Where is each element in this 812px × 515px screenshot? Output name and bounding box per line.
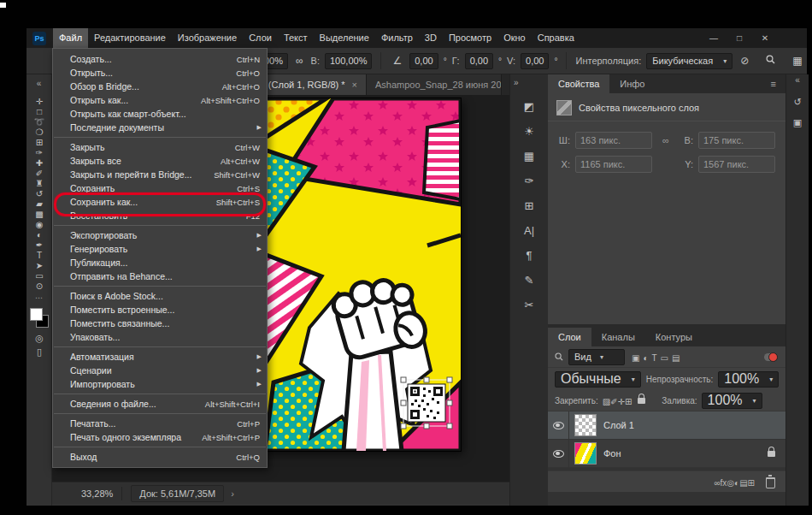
lasso-tool[interactable]: ➰ bbox=[26, 117, 52, 127]
file-menu-item[interactable]: Создать...Ctrl+N bbox=[53, 52, 267, 66]
menubar-item[interactable]: Файл bbox=[53, 28, 88, 48]
file-menu-item[interactable]: Публикация... bbox=[53, 256, 267, 269]
layers-action-icon[interactable]: ∞ bbox=[714, 478, 720, 488]
shape-tool[interactable]: ▭ bbox=[26, 271, 52, 281]
height-scale-input[interactable]: 100,00% bbox=[325, 53, 372, 69]
x-value-field[interactable]: 1165 пикс. bbox=[575, 156, 652, 173]
close-tab-icon[interactable]: × bbox=[352, 80, 357, 90]
gradient-tool[interactable]: ▩ bbox=[26, 210, 52, 220]
blend-mode-dropdown[interactable]: Обычные ▾ bbox=[555, 371, 641, 388]
menubar-item[interactable]: Справка bbox=[532, 28, 580, 48]
close-button[interactable]: ✕ bbox=[754, 31, 776, 45]
layer-filter-icon[interactable]: ▣ bbox=[630, 353, 641, 363]
file-menu-item[interactable]: Поместить встроенные... bbox=[53, 303, 267, 317]
layers-action-icon[interactable]: ▤ bbox=[739, 478, 747, 488]
layer-filter-icon[interactable]: ◐ bbox=[641, 353, 650, 363]
styles-panel-icon[interactable]: ☀ bbox=[510, 119, 548, 144]
width-value-field[interactable]: 163 пикс. bbox=[575, 132, 652, 149]
opacity-dropdown[interactable]: 100% ▾ bbox=[718, 371, 779, 388]
blur-tool[interactable]: ◉ bbox=[26, 220, 52, 230]
file-menu-item[interactable]: Сведения о файле...Alt+Shift+Ctrl+I bbox=[53, 397, 267, 411]
lock-option-icon[interactable]: ✐ bbox=[610, 397, 617, 406]
panel-tab[interactable]: Свойства bbox=[548, 74, 609, 93]
panel-tab[interactable]: Контуры bbox=[645, 328, 703, 346]
zoom-level-field[interactable]: 33,28% bbox=[81, 488, 113, 499]
menubar-item[interactable]: Окно bbox=[497, 28, 532, 48]
layer-filter-icon[interactable]: ▭ bbox=[659, 353, 670, 363]
v-skew-input[interactable]: 0,00 bbox=[521, 53, 549, 69]
path-selection-tool[interactable]: ➤ bbox=[26, 261, 52, 271]
file-menu-item[interactable]: ЗакрытьCtrl+W bbox=[53, 140, 267, 154]
interpolation-dropdown[interactable]: Бикубическая ▾ bbox=[646, 53, 733, 69]
quick-selection-tool[interactable]: ❍ bbox=[26, 127, 52, 138]
fill-dropdown[interactable]: 100% ▾ bbox=[702, 393, 762, 409]
filter-toggle[interactable] bbox=[764, 353, 777, 361]
panel-tab[interactable]: Каналы bbox=[591, 328, 645, 346]
file-menu-item[interactable]: Упаковать... bbox=[53, 330, 267, 344]
h-skew-input[interactable]: 0,00 bbox=[465, 53, 493, 69]
layer-name[interactable]: Фон bbox=[603, 448, 621, 459]
file-menu-item[interactable]: Импортировать▶ bbox=[53, 377, 267, 391]
file-menu-item[interactable]: ВыходCtrl+Q bbox=[53, 450, 267, 464]
layer-row-background[interactable]: Фон bbox=[548, 440, 786, 468]
visibility-toggle[interactable] bbox=[548, 411, 569, 439]
y-value-field[interactable]: 1567 пикс. bbox=[698, 156, 775, 173]
menubar-item[interactable]: Слои bbox=[243, 28, 278, 48]
doc-tab-inactive[interactable]: Ashampoo_Snap_28 июня 2020 bbox=[367, 74, 502, 95]
panel-tab[interactable]: Инфо bbox=[609, 74, 655, 93]
file-menu-item[interactable]: Обзор в Bridge...Alt+Ctrl+O bbox=[53, 80, 267, 93]
lock-option-icon[interactable]: ✛ bbox=[618, 397, 625, 406]
file-menu-item[interactable]: Сохранить как...Shift+Ctrl+S bbox=[53, 195, 267, 209]
color-swatches[interactable] bbox=[26, 305, 52, 331]
link-dimensions-icon[interactable]: ∞ bbox=[293, 55, 306, 67]
height-value-field[interactable]: 175 пикс. bbox=[698, 132, 775, 149]
lock-all-icon[interactable] bbox=[638, 398, 645, 404]
menubar-item[interactable]: Изображение bbox=[172, 28, 243, 48]
libraries-panel-icon[interactable]: ▦ bbox=[510, 144, 548, 169]
file-menu-item[interactable]: Автоматизация▶ bbox=[53, 350, 267, 364]
delete-layer-icon[interactable] bbox=[766, 477, 775, 488]
maximize-button[interactable]: □ bbox=[728, 31, 750, 45]
layer-row-layer1[interactable]: Слой 1 bbox=[548, 411, 786, 440]
history-panel-icon[interactable]: ↺ bbox=[786, 92, 809, 112]
file-menu-item[interactable]: СохранитьCtrl+S bbox=[53, 181, 267, 195]
layer-filter-icon[interactable]: T bbox=[650, 353, 659, 363]
menubar-item[interactable]: Редактирование bbox=[88, 28, 172, 48]
lock-option-icon[interactable]: ⊞ bbox=[625, 397, 632, 406]
panel-tab[interactable]: Слои bbox=[548, 328, 591, 346]
layers-action-icon[interactable]: ◎ bbox=[727, 478, 734, 488]
lock-option-icon[interactable]: ▨ bbox=[603, 397, 610, 406]
file-menu-item[interactable]: Открыть как...Alt+Shift+Ctrl+O bbox=[53, 93, 267, 107]
dodge-tool[interactable]: ◐ bbox=[26, 230, 52, 240]
glyphs-panel-icon[interactable]: ✎ bbox=[510, 268, 548, 293]
file-menu-item[interactable]: Закрыть всеAlt+Ctrl+W bbox=[53, 154, 267, 168]
annotations-panel-icon[interactable]: ✂ bbox=[510, 293, 548, 317]
adjustments-panel-icon[interactable]: ◩ bbox=[510, 94, 548, 119]
menubar-item[interactable]: Просмотр bbox=[443, 28, 497, 48]
minimize-button[interactable]: — bbox=[703, 31, 725, 45]
menubar-item[interactable]: Выделение bbox=[314, 28, 375, 48]
workspace-layout-icon[interactable]: ▦ bbox=[790, 55, 804, 67]
collapse-toolbar-chevron[interactable]: « bbox=[26, 78, 51, 90]
type-tool[interactable]: T bbox=[26, 251, 52, 261]
file-menu-item[interactable]: Печать одного экземпляраAlt+Shift+Ctrl+P bbox=[53, 430, 267, 444]
file-menu-item[interactable]: Сценарии▶ bbox=[53, 364, 267, 377]
file-menu-item[interactable]: Открыть...Ctrl+O bbox=[53, 66, 267, 80]
file-menu-item[interactable]: Генерировать▶ bbox=[53, 242, 267, 256]
visibility-toggle[interactable] bbox=[548, 440, 569, 467]
edit-toolbar-ellipsis[interactable]: ⋯ bbox=[26, 293, 51, 302]
file-menu-item[interactable]: Последние документы▶ bbox=[53, 121, 267, 134]
artboard[interactable] bbox=[260, 98, 461, 451]
layer-filter-dropdown[interactable]: Вид ▾ bbox=[568, 349, 625, 365]
foreground-color-swatch[interactable] bbox=[30, 308, 43, 321]
link-dimensions-icon[interactable]: ∞ bbox=[657, 135, 674, 145]
history-brush-tool[interactable]: ↺ bbox=[26, 189, 52, 199]
move-tool[interactable]: ✛ bbox=[26, 97, 52, 107]
menubar-item[interactable]: 3D bbox=[419, 28, 443, 48]
pen-tool[interactable]: ✒ bbox=[26, 240, 52, 251]
file-menu-item[interactable]: Экспортировать▶ bbox=[53, 228, 267, 242]
menubar-item[interactable]: Фильтр bbox=[375, 28, 419, 48]
collapse-dock-chevron[interactable]: « bbox=[786, 74, 809, 86]
file-menu-item[interactable]: Закрыть и перейти в Bridge...Shift+Ctrl+… bbox=[53, 168, 267, 181]
file-menu-item[interactable]: Отправить на Behance... bbox=[53, 269, 267, 283]
